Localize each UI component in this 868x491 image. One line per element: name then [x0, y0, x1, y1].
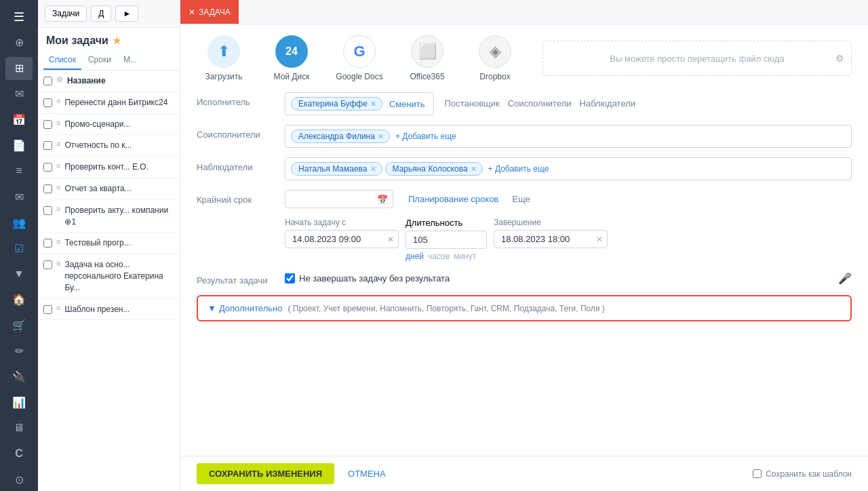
coexecutors-label: Соисполнители: [197, 125, 278, 140]
sidebar-icon-edit[interactable]: ✏: [5, 340, 33, 363]
sidebar-icon-list[interactable]: ≡: [5, 159, 33, 182]
remove-observer1-icon[interactable]: ✕: [370, 165, 376, 174]
sidebar-icon-grid[interactable]: ⊞: [5, 57, 33, 80]
list-item[interactable]: ≡ Промо-сценари...: [38, 114, 180, 136]
task-checkbox[interactable]: [43, 120, 52, 129]
sidebar-icon-doc[interactable]: 📄: [5, 134, 33, 157]
observers-input[interactable]: Наталья Мамаева ✕ Марьяна Колоскова ✕ + …: [285, 157, 852, 180]
task-checkbox[interactable]: [43, 184, 52, 193]
drag-drop-area: Вы можете просто перетащить файл сюда ⚙: [542, 41, 852, 76]
sidebar-icon-plus[interactable]: ⊕: [5, 31, 33, 54]
tab-observers[interactable]: Наблюдатели: [580, 96, 636, 113]
sidebar-icon-shop[interactable]: 🛒: [5, 314, 33, 337]
sidebar-icon-chart[interactable]: 📊: [5, 391, 33, 414]
cancel-button[interactable]: ОТМЕНА: [341, 463, 393, 484]
office365-icon: ⬜: [418, 43, 437, 60]
sidebar-icon-mail[interactable]: ✉: [5, 185, 33, 208]
task-text: Отчет за кварта...: [64, 183, 131, 195]
list-item[interactable]: ≡ Тестовый прогр...: [38, 233, 180, 254]
result-checkbox[interactable]: [285, 273, 295, 283]
result-checkbox-label[interactable]: Не завершать задачу без результата: [285, 273, 450, 283]
task-header-label: ЗАДАЧА: [199, 7, 231, 17]
assignee-row: Исполнитель Екатерина Буффе ✕ Сменить По…: [197, 92, 852, 115]
duration-label: Длительность: [406, 218, 487, 228]
hours-unit[interactable]: часов: [428, 252, 450, 261]
observer2-value: Марьяна Колоскова: [393, 164, 468, 174]
duration-input[interactable]: 105: [406, 231, 487, 249]
sidebar-icon-monitor[interactable]: 🖥: [5, 416, 33, 439]
list-item[interactable]: ≡ Перенести данн Битрикс24: [38, 92, 180, 114]
arrow-tab-btn[interactable]: ►: [115, 5, 138, 22]
sidebar-icon-c[interactable]: C: [5, 442, 33, 465]
task-checkbox[interactable]: [43, 98, 52, 107]
list-item[interactable]: ≡ Отчетность по к...: [38, 135, 180, 157]
d-tab-btn[interactable]: Д: [91, 5, 111, 22]
remove-assignee-icon[interactable]: ✕: [370, 100, 376, 109]
task-close-button[interactable]: ✕ ЗАДАЧА: [180, 0, 239, 24]
add-coexecutor-button[interactable]: + Добавить еще: [395, 132, 456, 141]
clear-end-icon[interactable]: ✕: [596, 235, 603, 244]
task-checkbox[interactable]: [43, 206, 52, 215]
remove-observer2-icon[interactable]: ✕: [471, 165, 477, 174]
sidebar-icon-users[interactable]: 👥: [5, 211, 33, 234]
end-input-wrap[interactable]: 18.08.2023 18:00 ✕: [494, 230, 608, 248]
list-item[interactable]: ≡ Проверить конт... Е.О.: [38, 157, 180, 178]
star-icon[interactable]: ★: [113, 35, 121, 46]
assignee-field: Екатерина Буффе ✕ Сменить Постановщик Со…: [285, 92, 852, 115]
sidebar-icon-plugin[interactable]: 🔌: [5, 366, 33, 389]
task-checkbox[interactable]: [43, 260, 52, 269]
tab-list[interactable]: Список: [43, 51, 81, 70]
tab-coexecutors[interactable]: Соисполнители: [508, 96, 572, 113]
assignee-tag: Екатерина Буффе ✕: [291, 97, 382, 111]
office365-button[interactable]: ⬜ Office365: [400, 35, 454, 81]
sidebar-icon-calendar[interactable]: 📅: [5, 109, 33, 132]
task-checkbox[interactable]: [43, 305, 52, 314]
list-item[interactable]: ≡ Отчет за кварта...: [38, 178, 180, 200]
sidebar-icon-circle[interactable]: ⊙: [5, 468, 33, 491]
minutes-unit[interactable]: минут: [454, 252, 476, 261]
coexecutors-row: Соисполнители Александра Филина ✕ + Доба…: [197, 125, 852, 148]
planning-link[interactable]: Планирование сроков: [408, 194, 498, 204]
start-input-wrap[interactable]: 14.08.2023 09:00 ✕: [285, 230, 399, 248]
list-item[interactable]: ≡ Проверить акту... компании ⊕1: [38, 200, 180, 233]
upload-icon: ⬆: [218, 43, 230, 60]
clear-start-icon[interactable]: ✕: [387, 235, 394, 244]
task-checkbox[interactable]: [43, 163, 52, 172]
task-checkbox[interactable]: [43, 239, 52, 248]
main-content: ✕ ЗАДАЧА ⬆ Загрузить 24 Мой Диск G: [180, 0, 868, 491]
task-text: Тестовый прогр...: [64, 237, 130, 249]
sidebar-icon-tasks[interactable]: ☑: [5, 237, 33, 260]
task-header-checkbox[interactable]: [43, 77, 52, 85]
google-docs-button[interactable]: G Google Docs: [332, 35, 387, 81]
my-disk-button[interactable]: 24 Мой Диск: [264, 35, 319, 81]
tab-more[interactable]: М...: [118, 51, 142, 70]
list-item[interactable]: ≡ Задача на осно... персонального Екатер…: [38, 254, 180, 298]
change-assignee-button[interactable]: Сменить: [387, 99, 428, 109]
task-checkbox[interactable]: [43, 141, 52, 150]
days-unit[interactable]: дней: [406, 252, 424, 261]
add-observer-button[interactable]: + Добавить еще: [488, 164, 549, 174]
save-template-label: Сохранить как шаблон: [766, 469, 852, 479]
gear-icon[interactable]: ⚙: [835, 53, 844, 64]
sidebar-icon-chat[interactable]: ✉: [5, 83, 33, 106]
dropbox-button[interactable]: ◈ Dropbox: [468, 35, 522, 81]
upload-button[interactable]: ⬆ Загрузить: [197, 35, 251, 81]
save-template-wrap: Сохранить как шаблон: [753, 469, 852, 479]
list-item[interactable]: ≡ Шаблон презен...: [38, 299, 180, 321]
save-button[interactable]: СОХРАНИТЬ ИЗМЕНЕНИЯ: [197, 463, 334, 484]
tab-owner[interactable]: Постановщик: [445, 96, 500, 113]
save-template-checkbox[interactable]: [753, 469, 762, 478]
sidebar-icon-home[interactable]: 🏠: [5, 288, 33, 311]
coexecutors-input[interactable]: Александра Филина ✕ + Добавить еще: [285, 125, 852, 148]
tasks-tab-btn[interactable]: Задачи: [45, 5, 87, 22]
remove-coexecutor-icon[interactable]: ✕: [378, 132, 384, 141]
additional-items: ( Проект, Учет времени, Напомнить, Повто…: [288, 304, 604, 313]
tab-deadlines[interactable]: Сроки: [83, 51, 117, 70]
sidebar-icon-funnel[interactable]: ▼: [5, 262, 33, 286]
deadline-field: 📅 Планирование сроков Еще: [285, 190, 852, 208]
drag-placeholder: Вы можете просто перетащить файл сюда: [610, 54, 784, 64]
sidebar-hamburger[interactable]: ☰: [0, 5, 38, 28]
more-link[interactable]: Еще: [512, 194, 530, 204]
additional-toggle[interactable]: ▼ Дополнительно: [208, 303, 282, 313]
mic-icon[interactable]: 🎤: [838, 272, 852, 285]
